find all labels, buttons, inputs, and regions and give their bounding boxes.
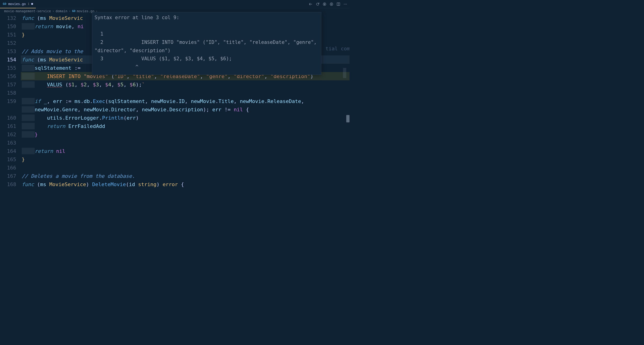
line-number: 163 (0, 139, 16, 147)
line-number (0, 105, 16, 114)
svg-point-4 (344, 4, 344, 4)
svg-point-6 (346, 4, 347, 4)
indent-guide (22, 131, 35, 138)
code-line[interactable]: return nil (21, 147, 350, 155)
code-line[interactable]: } (21, 155, 350, 163)
code-line[interactable]: func (ms MovieService) DeleteMovie(id st… (21, 180, 350, 187)
syntax-error-token: VALUS (47, 82, 62, 87)
indent-guide (22, 81, 35, 88)
line-number: 132 (0, 14, 16, 22)
svg-point-5 (345, 4, 346, 4)
line-number: 165 (0, 155, 16, 163)
line-number-gutter: 1321501511521531541551561571581591601611… (0, 14, 21, 187)
go-file-icon: GO (3, 2, 6, 5)
line-number: 153 (0, 47, 16, 55)
tab-movies-go[interactable]: GO movies.go 1 (0, 0, 36, 8)
chevron-right-icon: › (52, 9, 54, 13)
line-number: 154 (0, 55, 16, 64)
indent-guide (22, 23, 35, 29)
indent-guide (22, 148, 35, 154)
chevron-right-icon: › (69, 9, 70, 13)
code-line[interactable] (21, 89, 350, 97)
line-number: 161 (0, 122, 16, 130)
indent-guide (22, 98, 35, 104)
code-line[interactable]: } (21, 130, 350, 139)
indent-guide (22, 73, 35, 79)
indent-guide (22, 114, 35, 121)
code-line[interactable] (21, 139, 350, 147)
run-icon[interactable] (323, 1, 326, 7)
split-editor-icon[interactable] (336, 1, 340, 7)
indent-guide (22, 123, 35, 129)
minimap-slider[interactable] (343, 68, 346, 78)
go-back-icon[interactable] (309, 1, 312, 7)
go-file-icon: GO (72, 9, 75, 13)
breadcrumb-seg[interactable]: movie-management-service (4, 9, 51, 13)
line-number: 166 (0, 163, 16, 172)
indent-guide (22, 106, 35, 113)
tab-filename: movies.go (8, 2, 26, 6)
code-line[interactable]: VALUS ($1, $2, $3, $4, $5, $6);` (21, 80, 350, 89)
line-number: 167 (0, 172, 16, 180)
dirty-indicator-icon (31, 3, 33, 5)
line-number: 156 (0, 72, 16, 80)
svg-point-1 (330, 3, 333, 5)
code-line[interactable]: return ErrFailedAdd (21, 122, 350, 130)
code-line[interactable]: if _, err := ms.db.Exec(sqlStatement, ne… (21, 97, 350, 105)
line-number: 151 (0, 30, 16, 39)
line-number: 150 (0, 22, 16, 30)
vertical-scrollbar[interactable] (346, 14, 350, 187)
tab-bar: GO movies.go 1 (0, 0, 350, 8)
line-number: 164 (0, 147, 16, 155)
indent-guide (22, 65, 35, 71)
diagnostic-hover-tooltip: Syntax error at line 3 col 9: 1 2 INSERT… (92, 12, 321, 75)
line-number: 160 (0, 114, 16, 122)
code-line[interactable]: newMovie.Genre, newMovie.Director, newMo… (21, 105, 350, 114)
code-line[interactable]: // Deletes a movie from the database. (21, 172, 350, 180)
line-number: 158 (0, 89, 16, 97)
line-number: 162 (0, 130, 16, 139)
breadcrumb-seg[interactable]: movies.go (77, 9, 94, 13)
code-line[interactable]: utils.ErrorLogger.Println(err) (21, 114, 350, 122)
code-line[interactable] (21, 163, 350, 172)
line-number: 155 (0, 64, 16, 72)
scrollbar-thumb[interactable] (346, 115, 350, 122)
tab-problem-count: 1 (28, 2, 30, 5)
editor-title-actions (309, 1, 347, 7)
line-number: 152 (0, 39, 16, 47)
run-debug-icon[interactable] (330, 1, 333, 7)
line-number: 168 (0, 180, 16, 187)
breadcrumb-seg[interactable]: domain (56, 9, 68, 13)
reload-icon[interactable] (316, 1, 320, 7)
suggestion-ghost-text: tial com (326, 46, 350, 51)
line-number: 157 (0, 80, 16, 89)
more-actions-icon[interactable] (344, 1, 347, 7)
line-number: 159 (0, 97, 16, 105)
